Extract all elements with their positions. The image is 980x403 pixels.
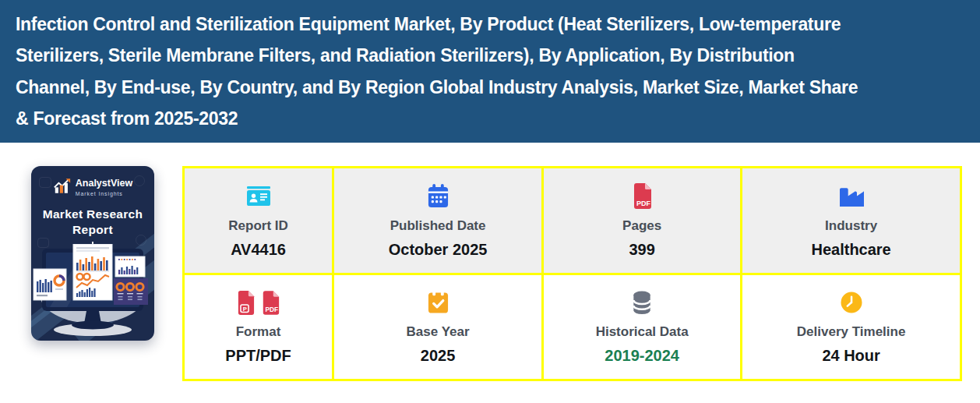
meta-cell-historical-data: Historical Data 2019-2024 xyxy=(544,275,740,380)
meta-value: 24 Hour xyxy=(822,347,880,365)
report-summary-section: AnalystView Market Insights Market Resea… xyxy=(0,143,980,381)
meta-label: Base Year xyxy=(407,324,470,340)
meta-value: 2019-2024 xyxy=(605,347,679,365)
meta-cell-report-id: Report ID AV4416 xyxy=(185,168,332,273)
meta-label: Published Date xyxy=(390,218,486,234)
meta-label: Historical Data xyxy=(596,324,689,340)
meta-cell-base-year: Base Year 2025 xyxy=(334,275,541,380)
meta-cell-industry: Industry Healthcare xyxy=(742,168,960,273)
meta-value: 2025 xyxy=(421,347,456,365)
brand-chart-icon xyxy=(53,178,72,197)
brand-logo: AnalystView Market Insights xyxy=(53,178,132,197)
meta-value: October 2025 xyxy=(389,241,488,259)
clock-icon xyxy=(840,288,863,316)
pdf-file-icon: PDF xyxy=(261,291,280,315)
meta-cell-format: P PDF Format PPT/PDF xyxy=(185,275,332,380)
report-title-banner: Infection Control and Sterilization Equi… xyxy=(0,0,980,143)
id-card-icon xyxy=(245,182,272,210)
report-title-line: & Forecast from 2025-2032 xyxy=(16,103,964,135)
cover-caption-line: Report xyxy=(43,222,143,238)
report-title-line: Sterilizers, Sterile Membrane Filters, a… xyxy=(16,40,964,72)
meta-label: Pages xyxy=(622,218,661,234)
meta-label: Report ID xyxy=(228,218,288,234)
calendar-icon xyxy=(427,182,449,210)
ppt-file-icon: P xyxy=(236,291,256,315)
svg-text:PDF: PDF xyxy=(266,306,279,313)
meta-cell-delivery-timeline: Delivery Timeline 24 Hour xyxy=(742,275,960,380)
report-meta-grid: Report ID AV4416 Publish xyxy=(182,166,962,381)
cover-caption-line: Market Research xyxy=(43,207,143,222)
pdf-file-icon: PDF xyxy=(632,182,653,210)
report-title-line: Infection Control and Sterilization Equi… xyxy=(16,9,964,41)
meta-value: PPT/PDF xyxy=(225,347,291,365)
meta-cell-published-date: Published Date October 2025 xyxy=(334,168,541,273)
meta-cell-pages: PDF Pages 399 xyxy=(544,168,740,273)
cover-caption: Market Research Report xyxy=(43,207,143,238)
meta-value: AV4416 xyxy=(231,241,286,259)
report-title-line: Channel, By End-use, By Country, and By … xyxy=(16,72,964,104)
meta-label: Format xyxy=(236,324,281,340)
ppt-pdf-file-icons: P PDF xyxy=(236,288,280,316)
monitor-charts-illustration xyxy=(31,244,154,339)
industry-icon xyxy=(838,182,864,210)
meta-value: 399 xyxy=(629,241,654,259)
meta-label: Delivery Timeline xyxy=(797,324,906,340)
report-cover-thumbnail: AnalystView Market Insights Market Resea… xyxy=(31,166,154,341)
svg-text:PDF: PDF xyxy=(636,200,651,207)
database-icon xyxy=(630,288,654,316)
brand-tagline: Market Insights xyxy=(76,191,132,196)
meta-label: Industry xyxy=(825,218,877,234)
calendar-check-icon xyxy=(427,288,449,316)
brand-name: AnalystView xyxy=(76,179,132,189)
meta-value: Healthcare xyxy=(811,241,890,259)
svg-text:P: P xyxy=(243,305,247,312)
